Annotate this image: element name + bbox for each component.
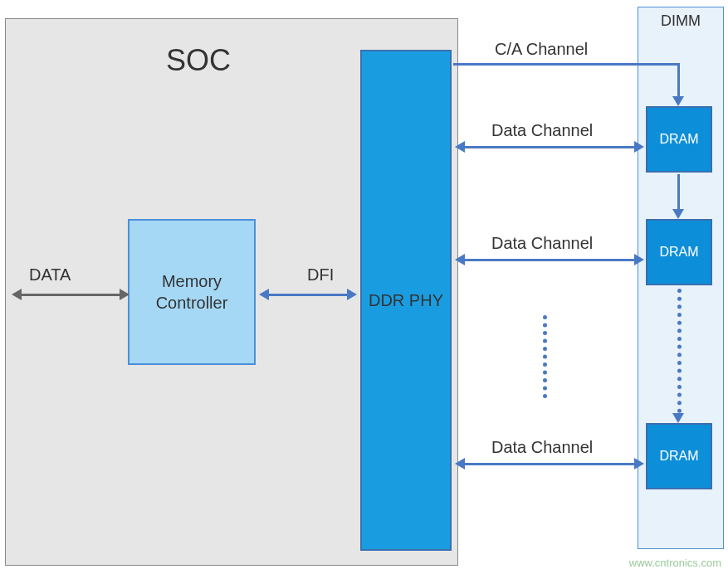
data-arrow-line (20, 294, 121, 296)
dram-label: DRAM (659, 245, 698, 260)
data-ch3-head-right (634, 458, 644, 469)
dram-block-2: DRAM (646, 219, 712, 285)
data-channel-label-2: Data Channel (491, 234, 593, 253)
ca-arrow-vline (677, 63, 680, 98)
ddr-phy-label: DDR PHY (369, 291, 443, 310)
memory-controller-label: Memory Controller (156, 270, 228, 314)
dram-chain-dotted (677, 289, 682, 413)
dram-block-1: DRAM (646, 106, 712, 173)
data-ch3-head-left (455, 458, 465, 469)
soc-title: SOC (166, 43, 231, 78)
memory-controller-block: Memory Controller (128, 219, 256, 365)
dram-label: DRAM (659, 132, 698, 147)
data-channel-label-1: Data Channel (491, 121, 593, 140)
dram1-to-dram2-line (677, 174, 680, 211)
data-ch1-head-left (455, 141, 465, 153)
watermark-text: www.cntronics.com (629, 557, 721, 569)
data-ch2-head-right (634, 254, 644, 265)
dram-block-3: DRAM (646, 423, 712, 489)
dfi-arrow-head-left (259, 289, 269, 300)
ca-arrow-hline (453, 63, 677, 66)
data-ch1-line (463, 146, 636, 148)
data-ch1-head-right (634, 141, 644, 153)
data-arrow-head-right (120, 289, 129, 300)
data-ch3-line (463, 463, 636, 465)
dram-label: DRAM (659, 449, 698, 464)
data-ch2-line (463, 259, 636, 261)
ca-arrow-head-down (672, 96, 684, 106)
data-channel-label-3: Data Channel (491, 438, 593, 457)
ca-channel-label: C/A Channel (495, 40, 588, 59)
data-arrow-head-left (12, 289, 22, 300)
data-bus-label: DATA (29, 265, 71, 285)
dfi-bus-label: DFI (307, 265, 334, 285)
dfi-arrow-line (267, 294, 349, 296)
dram-chain-head (672, 413, 684, 423)
ddr-phy-block: DDR PHY (360, 50, 452, 551)
dfi-arrow-head-right (347, 289, 357, 300)
dram1-to-dram2-head (672, 209, 684, 219)
dimm-title: DIMM (661, 12, 701, 29)
data-ch2-head-left (455, 254, 465, 265)
channel-dots (543, 315, 548, 398)
